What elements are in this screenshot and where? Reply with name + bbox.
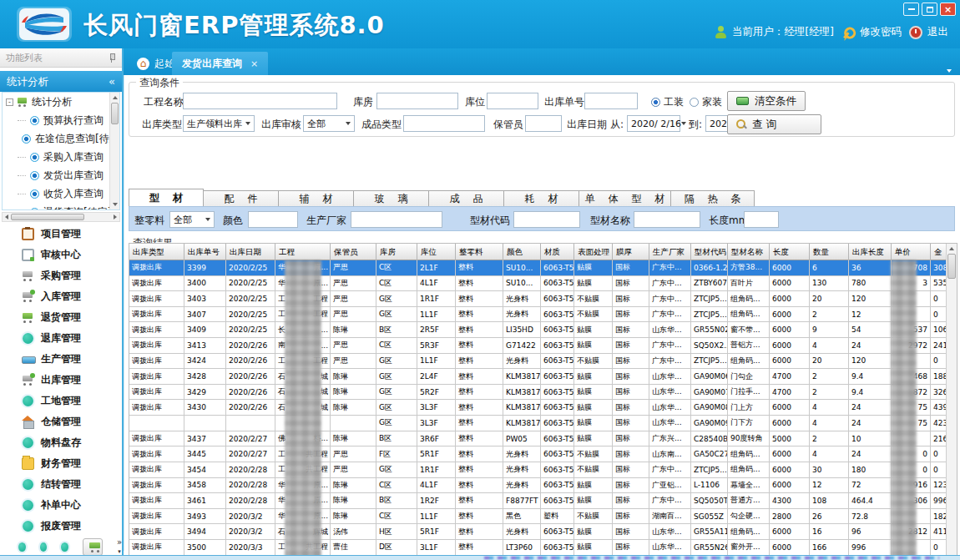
cart-module-button[interactable] bbox=[83, 538, 103, 556]
table-row[interactable]: 调拨出库34072020/2/25工工程严思G区1L1F整料光身料6063-T5… bbox=[129, 307, 946, 323]
subtab-隔热条[interactable]: 隔 热 条 bbox=[671, 190, 755, 207]
table-row[interactable]: 调拨出库34092020/2/25长...陈琳B区2R5F整料LI35HD606… bbox=[129, 322, 946, 338]
close-button[interactable]: × bbox=[940, 3, 956, 16]
table-vertical-scrollbar[interactable] bbox=[946, 244, 957, 560]
sidebar-module-退货管理[interactable]: 退货管理 bbox=[2, 307, 122, 328]
sidebar-module-工地管理[interactable]: 工地管理 bbox=[2, 391, 122, 411]
sidebar-module-入库管理[interactable]: 入库管理 bbox=[2, 286, 122, 307]
sidebar-module-生产管理[interactable]: 生产管理 bbox=[2, 349, 122, 370]
change-password-button[interactable]: 修改密码 bbox=[841, 25, 902, 39]
table-row[interactable]: 调拨出库34282020/2/26石城陈琳G区2L4F整料KLM38176063… bbox=[129, 369, 946, 385]
column-header-整零料[interactable]: 整零料 bbox=[456, 244, 503, 260]
tree-horizontal-scrollbar[interactable] bbox=[2, 212, 120, 222]
tree-item-收货入库查询[interactable]: 收货入库查询 bbox=[3, 184, 119, 203]
sidebar-module-采购管理[interactable]: 采购管理 bbox=[2, 265, 122, 286]
subtab-玻璃[interactable]: 玻 璃 bbox=[354, 190, 429, 207]
table-row[interactable]: 调拨出库34582020/2/28华原...陈琳C区4L1F整料光身料6063-… bbox=[129, 478, 946, 494]
radio-work-install[interactable]: 工装 bbox=[651, 95, 684, 109]
column-header-单价[interactable]: 单价 bbox=[892, 244, 931, 260]
more-modules-button[interactable]: »▾ bbox=[117, 538, 122, 555]
outbound-audit-select[interactable]: 全部 bbox=[303, 115, 355, 132]
sidebar-module-物料盘存[interactable]: 物料盘存 bbox=[2, 432, 122, 453]
sidebar-module-报废管理[interactable]: 报废管理 bbox=[2, 516, 122, 537]
project-name-input[interactable] bbox=[183, 93, 337, 109]
table-row[interactable]: 调拨出库34452020/2/27工共工程严思F区5R1F整料光身料6063-T… bbox=[129, 446, 946, 462]
maximize-button[interactable] bbox=[922, 3, 937, 16]
subtab-配件[interactable]: 配 件 bbox=[204, 190, 279, 207]
tree-vertical-scrollbar[interactable] bbox=[109, 93, 119, 209]
column-header-生产厂家[interactable]: 生产厂家 bbox=[649, 244, 691, 260]
table-row[interactable]: 调拨出库34932020/3/2华原...陈琳C区1L1F整料黑色塑料不贴膜国标… bbox=[129, 509, 946, 525]
minimize-button[interactable] bbox=[903, 3, 919, 16]
tab-list-dropdown[interactable] bbox=[947, 60, 952, 76]
factory-input[interactable] bbox=[351, 211, 442, 228]
whole-part-select[interactable]: 全部 bbox=[169, 211, 215, 228]
sidebar-module-审核中心[interactable]: 审核中心 bbox=[2, 245, 122, 265]
tree-item-退货查询[待定][interactable]: 退货查询[待定] bbox=[3, 203, 119, 210]
sidebar-module-补单中心[interactable]: 补单中心 bbox=[2, 495, 122, 516]
table-row[interactable]: 调拨出库34302020/2/26石城陈琳G区3L3F整料KLM38176063… bbox=[129, 400, 946, 416]
table-row[interactable]: 调拨出库33992020/2/25华原...严思C区2L1F整料SU10...6… bbox=[129, 260, 946, 276]
table-row[interactable]: 调拨出库34292020/2/26石城陈琳G区5R2F整料KLM38176063… bbox=[129, 385, 946, 401]
column-header-出库日期[interactable]: 出库日期 bbox=[226, 244, 275, 260]
sidebar-module-退库管理[interactable]: 退库管理 bbox=[2, 328, 122, 349]
keeper-input[interactable] bbox=[525, 115, 562, 132]
module-dot-icon[interactable] bbox=[40, 542, 48, 552]
table-row[interactable]: 调拨出库34942020/3/2石辉城汤伟H区5R1F整料光身料6063-T5贴… bbox=[129, 524, 946, 540]
tab-shipping-outbound-query[interactable]: 发货出库查询 × bbox=[172, 52, 268, 75]
column-header-出库单号[interactable]: 出库单号 bbox=[184, 244, 226, 260]
sidebar-module-仓储管理[interactable]: 仓储管理 bbox=[2, 411, 122, 432]
radio-home-install[interactable]: 家装 bbox=[690, 95, 722, 109]
table-row[interactable]: 调拨出库34002020/2/25华原...严思C区4L1F整料SU10...6… bbox=[129, 276, 946, 292]
tree-root-statistics[interactable]: - 统计分析 bbox=[3, 93, 119, 111]
table-row[interactable]: G区3L3F整料KLM38176063-T5贴膜国标山东华...GA90M09.… bbox=[129, 416, 946, 431]
column-header-长度[interactable]: 长度 bbox=[770, 244, 810, 260]
subtab-单体型材[interactable]: 单 体 型 材 bbox=[579, 190, 671, 207]
outbound-type-select[interactable]: 生产领料出库 bbox=[183, 115, 255, 132]
color-input[interactable] bbox=[248, 211, 298, 228]
table-row[interactable]: 调拨出库34612020/2/28华原...陈琳B区1R2F整料F8877FT6… bbox=[129, 493, 946, 509]
profile-code-input[interactable] bbox=[513, 211, 580, 228]
sidebar-module-出库管理[interactable]: 出库管理 bbox=[2, 370, 122, 391]
subtab-型材[interactable]: 型 材 bbox=[129, 189, 204, 207]
clear-conditions-button[interactable]: 清空条件 bbox=[727, 91, 806, 111]
column-header-型材名称[interactable]: 型材名称 bbox=[728, 244, 770, 260]
column-header-保管员[interactable]: 保管员 bbox=[331, 244, 376, 260]
tree-item-在途信息查询[待定][interactable]: 在途信息查询[待定] bbox=[3, 129, 119, 148]
sidebar-module-项目管理[interactable]: 项目管理 bbox=[2, 224, 122, 245]
column-header-库房[interactable]: 库房 bbox=[376, 244, 417, 260]
column-header-膜厚[interactable]: 膜厚 bbox=[613, 244, 649, 260]
tree-item-预算执行查询[interactable]: 预算执行查询 bbox=[3, 111, 119, 129]
column-header-工程[interactable]: 工程 bbox=[275, 244, 331, 260]
subtab-辅材[interactable]: 辅 材 bbox=[279, 190, 354, 207]
tab-close-icon[interactable]: × bbox=[250, 58, 258, 69]
length-input[interactable] bbox=[744, 211, 779, 228]
table-row[interactable]: 调拨出库34242020/2/26工工程严思G区1L1F整料光身料6063-T5… bbox=[129, 354, 946, 370]
subtab-耗材[interactable]: 耗 材 bbox=[504, 190, 579, 207]
column-header-表面处理[interactable]: 表面处理 bbox=[574, 244, 613, 260]
sidebar-module-财务管理[interactable]: 财务管理 bbox=[2, 453, 122, 474]
module-dot-icon[interactable] bbox=[61, 542, 68, 552]
column-header-出库类型[interactable]: 出库类型 bbox=[129, 244, 184, 260]
warehouse-input[interactable] bbox=[376, 93, 458, 109]
order-no-input[interactable] bbox=[584, 93, 638, 109]
product-type-input[interactable] bbox=[403, 115, 485, 132]
sidebar-group-statistics[interactable]: 统计分析 « bbox=[0, 71, 122, 92]
column-header-颜色[interactable]: 颜色 bbox=[503, 244, 541, 260]
date-from-select[interactable]: 2020/ 2/16 bbox=[627, 115, 680, 132]
module-dot-icon[interactable] bbox=[18, 542, 26, 552]
search-button[interactable]: 查 询 bbox=[727, 114, 821, 134]
column-header-型材代码[interactable]: 型材代码 bbox=[691, 244, 728, 260]
location-input[interactable] bbox=[487, 93, 538, 109]
table-row[interactable]: 调拨出库34032020/2/25工工程严思G区1R1F整料光身料6063-T5… bbox=[129, 291, 946, 307]
column-header-出库长度[interactable]: 出库长度 bbox=[849, 244, 892, 260]
pin-icon[interactable] bbox=[108, 53, 116, 63]
profile-name-input[interactable] bbox=[634, 211, 700, 228]
sidebar-module-结转管理[interactable]: 结转管理 bbox=[2, 474, 122, 495]
tree-expander-icon[interactable]: - bbox=[6, 98, 13, 106]
table-row[interactable]: 调拨出库34542020/2/28工共工程严思G区1R1F整料光身料6063-T… bbox=[129, 462, 946, 478]
table-row[interactable]: 调拨出库35002020/3/3工共工程曹佳D区3L1F整料LT3P606063… bbox=[129, 540, 946, 556]
tree-item-发货出库查询[interactable]: 发货出库查询 bbox=[3, 166, 119, 184]
subtab-成品[interactable]: 成 品 bbox=[429, 190, 504, 207]
column-header-库位[interactable]: 库位 bbox=[417, 244, 456, 260]
